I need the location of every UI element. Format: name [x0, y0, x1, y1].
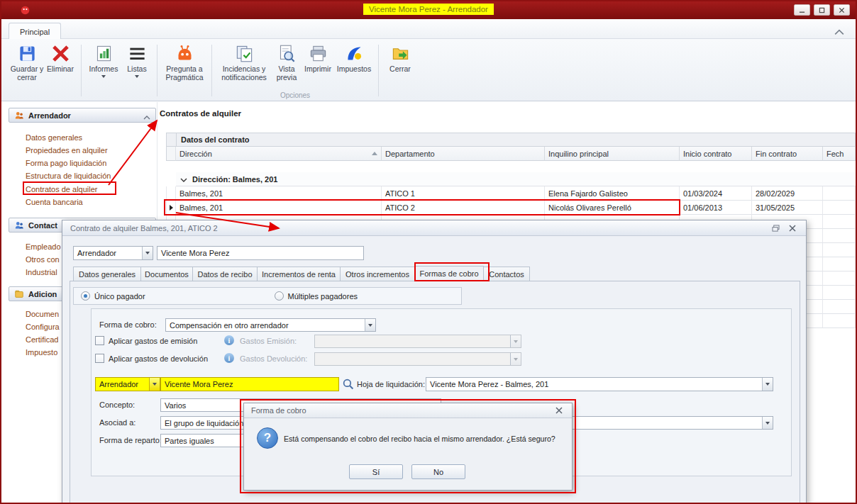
chevron-up-icon[interactable]	[143, 113, 150, 118]
search-icon[interactable]	[342, 378, 354, 390]
sidebar-item-propiedades-en-alquiler[interactable]: Propiedades en alquiler	[26, 145, 108, 156]
sidebar-item-impuestos[interactable]: Impuesto	[26, 347, 57, 358]
sidebar-item-estructura-de-liquidacion[interactable]: Estructura de liquidación	[26, 170, 111, 181]
chevron-down-icon	[762, 378, 773, 391]
ribbon-group-opciones: Incidencias y notificaciones Vista previ…	[216, 42, 374, 99]
sidebar-item-datos-generales[interactable]: Datos generales	[26, 132, 82, 143]
column-header-inicio-contrato[interactable]: Inicio contrato	[680, 147, 752, 161]
gastos-devolucion-select-disabled	[314, 352, 521, 366]
contract-dialog-title-bar[interactable]: Contrato de alquiler Balmes, 201, ATICO …	[62, 220, 806, 236]
ask-pragmatica-button[interactable]: Pregunta a Pragmática	[162, 42, 207, 99]
column-header-direccion[interactable]: Dirección	[176, 147, 382, 161]
tab-formas-de-cobro[interactable]: Formas de cobro	[414, 266, 484, 281]
printer-icon	[309, 44, 328, 63]
confirm-close-button[interactable]	[553, 406, 565, 415]
forma-de-cobro-select[interactable]: Compensación en otro arrendador	[165, 318, 376, 332]
yes-button[interactable]: Sí	[349, 464, 403, 479]
column-header-fecha[interactable]: Fech	[823, 147, 856, 161]
contract-dialog-tabs: Datos generales Documentos Datos de reci…	[73, 266, 529, 281]
ribbon-group-label: Opciones	[216, 91, 374, 99]
minimize-button[interactable]	[794, 4, 810, 16]
dialog-maximize-button[interactable]	[770, 223, 781, 233]
gastos-emision-select-disabled	[314, 335, 521, 348]
chevron-down-icon	[135, 75, 139, 78]
dialog-close-button[interactable]	[787, 223, 798, 233]
sidebar-item-forma-pago-liquidacion[interactable]: Forma pago liquidación	[26, 157, 106, 169]
landlord-person-icon	[14, 111, 24, 121]
gastos-emision-label: Gastos Emisión:	[240, 337, 297, 345]
hoja-liquidacion-select[interactable]: Vicente Mora Perez - Balmes, 201	[426, 377, 773, 391]
tab-principal[interactable]: Principal	[9, 23, 61, 40]
radio-multiples-pagadores[interactable]	[275, 291, 284, 301]
close-form-button[interactable]: Cerrar	[383, 42, 417, 99]
window-title: Vicente Mora Perez - Arrendador	[363, 4, 494, 15]
column-header-inquilino-principal[interactable]: Inquilino principal	[545, 147, 680, 161]
maximize-button[interactable]	[814, 4, 830, 16]
contacts-people-icon	[14, 220, 24, 230]
sidebar-item-industriales[interactable]: Industrial	[26, 267, 57, 278]
radio-unico-pagador[interactable]	[81, 291, 90, 301]
incidents-notifications-button[interactable]: Incidencias y notificaciones	[216, 42, 272, 90]
delete-x-icon	[51, 44, 70, 63]
delete-button[interactable]: Eliminar	[44, 42, 77, 99]
chevron-down-icon	[762, 417, 773, 429]
table-row-atico-1[interactable]: Balmes, 201 ATICO 1 Elena Fajardo Galist…	[166, 186, 856, 201]
tab-otros-incrementos[interactable]: Otros incrementos	[340, 267, 415, 281]
tab-incrementos-de-renta[interactable]: Incrementos de renta	[257, 267, 341, 281]
sidebar-item-cuenta-bancaria[interactable]: Cuenta bancaria	[26, 196, 83, 208]
tab-datos-de-recibo[interactable]: Datos de recibo	[192, 267, 258, 281]
table-band-header[interactable]: Datos del contrato	[176, 133, 856, 147]
concepto-label: Concepto:	[99, 401, 135, 409]
asociado-label: Asociad a:	[99, 418, 136, 427]
arrendador-name-field-highlighted[interactable]: Vicente Mora Perez	[160, 377, 339, 391]
save-and-close-button[interactable]: Guardar y cerrar	[10, 42, 44, 99]
chevron-down-icon	[142, 247, 153, 259]
table-row-atico-2-selected[interactable]: Balmes, 201 ATICO 2 Nicolás Olivares Per…	[166, 201, 856, 215]
print-button[interactable]: Imprimir	[302, 42, 334, 90]
app-icon	[20, 5, 31, 16]
reports-button[interactable]: Informes	[86, 42, 121, 99]
confirm-message: Está compensando el cobro del recibo hac…	[284, 435, 568, 444]
arrendador-type-select-highlighted[interactable]: Arrendador	[95, 377, 160, 391]
sidebar-item-contratos-de-alquiler[interactable]: Contratos de alquiler	[26, 184, 98, 195]
checkbox-aplicar-gastos-devolucion[interactable]	[95, 354, 104, 363]
checkbox-aplicar-gastos-emision[interactable]	[95, 336, 104, 345]
save-icon	[18, 44, 37, 63]
contract-dialog-title: Contrato de alquiler Balmes, 201, ATICO …	[70, 224, 218, 233]
owner-name-field[interactable]: Vicente Mora Perez	[157, 246, 364, 260]
info-icon[interactable]: i	[224, 335, 234, 345]
sidebar-item-configuracion[interactable]: Configura	[26, 321, 60, 332]
info-icon[interactable]: i	[224, 353, 234, 363]
sidebar-section-arrendador[interactable]: Arrendador	[9, 108, 156, 123]
tab-contactos[interactable]: Contactos	[483, 267, 530, 281]
group-expand-chevron-icon[interactable]	[180, 175, 187, 184]
pragmatica-mascot-icon	[175, 44, 194, 63]
sidebar-item-certificados[interactable]: Certificad	[26, 334, 58, 345]
column-header-departamento[interactable]: Departamento	[382, 147, 545, 161]
row-indicator-header	[166, 147, 176, 161]
ribbon-tab-row: Principal	[1, 19, 856, 39]
sidebar-item-documentos[interactable]: Documen	[26, 308, 59, 320]
tab-datos-generales[interactable]: Datos generales	[73, 267, 141, 281]
folder-icon	[14, 289, 24, 299]
question-mark-icon: ?	[257, 427, 278, 449]
sidebar-item-empleados[interactable]: Empleado	[26, 241, 61, 252]
owner-type-select[interactable]: Arrendador	[73, 246, 153, 260]
confirm-dialog-title-bar[interactable]: Forma de cobro	[244, 403, 572, 418]
group-row-balmes-201[interactable]: Dirección: Balmes, 201	[166, 172, 856, 186]
ribbon-toolbar: Guardar y cerrar Eliminar Informes Lista…	[1, 39, 856, 101]
print-preview-button[interactable]: Vista previa	[272, 42, 302, 90]
payer-mode-group: Único pagador Múltiples pagadores	[73, 287, 462, 305]
ribbon-collapse-icon[interactable]	[834, 26, 844, 33]
no-button[interactable]: No	[411, 464, 465, 479]
close-button[interactable]	[834, 4, 850, 16]
tab-documentos[interactable]: Documentos	[140, 267, 193, 281]
row-indicator-header	[166, 133, 176, 147]
chevron-down-icon	[101, 75, 106, 78]
taxes-button[interactable]: Impuestos	[334, 42, 374, 90]
hoja-liquidacion-label: Hoja de liquidación:	[357, 380, 425, 388]
forma-de-cobro-label: Forma de cobro:	[99, 320, 157, 329]
column-header-fin-contrato[interactable]: Fin contrato	[752, 147, 823, 161]
lists-button[interactable]: Listas	[121, 42, 153, 99]
sidebar-item-otros-contactos[interactable]: Otros con	[26, 254, 60, 265]
